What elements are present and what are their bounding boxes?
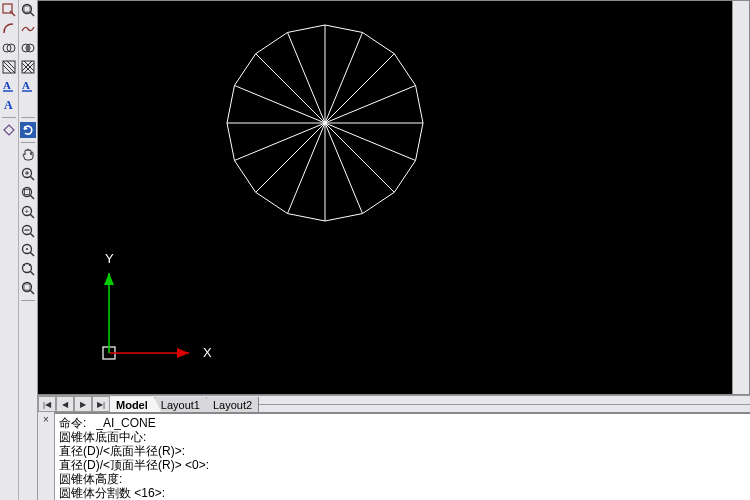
- svg-line-29: [30, 195, 34, 199]
- svg-rect-30: [25, 190, 30, 195]
- svg-text:A: A: [3, 79, 11, 91]
- svg-rect-13: [24, 6, 30, 12]
- separator: [2, 117, 16, 118]
- svg-line-41: [30, 271, 34, 275]
- svg-line-12: [30, 12, 34, 16]
- cmd-text: 直径(D)/<顶面半径(R)> <0>:: [59, 458, 746, 472]
- svg-line-52: [325, 123, 394, 192]
- pan-icon[interactable]: [20, 147, 36, 163]
- svg-rect-16: [22, 61, 34, 73]
- svg-text:A: A: [4, 98, 13, 112]
- svg-line-48: [325, 54, 394, 123]
- scrollbar-horizontal[interactable]: [259, 404, 750, 405]
- close-icon[interactable]: ×: [43, 414, 49, 500]
- tab-model[interactable]: Model: [110, 397, 155, 412]
- svg-text:X: X: [203, 345, 212, 360]
- command-panel-gutter: ×: [38, 412, 55, 500]
- intersect-icon[interactable]: [20, 40, 36, 56]
- svg-line-38: [30, 252, 34, 256]
- svg-line-5: [3, 65, 11, 73]
- svg-text:+: +: [25, 207, 30, 216]
- drawing-canvas[interactable]: XY: [38, 0, 750, 395]
- svg-rect-23: [20, 122, 36, 138]
- toolbar-left-1: A A: [0, 0, 19, 500]
- separator: [21, 300, 35, 301]
- cmd-text: 圆锥体高度:: [59, 472, 746, 486]
- svg-text:Y: Y: [105, 251, 114, 266]
- union-icon[interactable]: [1, 40, 17, 56]
- zoom-realtime-icon[interactable]: [20, 166, 36, 182]
- svg-line-25: [30, 176, 34, 180]
- main-area: XY |◀ ◀ ▶ ▶| Model Layout1 Layout2 × 命令:…: [38, 0, 750, 500]
- freehand-icon[interactable]: [20, 21, 36, 37]
- separator: [21, 117, 35, 118]
- text-icon[interactable]: A: [1, 97, 17, 113]
- separator: [21, 142, 35, 143]
- canvas-svg: XY: [38, 1, 750, 399]
- zoom-window-icon[interactable]: [1, 2, 17, 18]
- refresh-icon[interactable]: [20, 122, 36, 138]
- zoom-window-alt-icon[interactable]: [20, 185, 36, 201]
- svg-point-39: [26, 248, 28, 250]
- cmd-text: 直径(D)/<底面半径(R)>:: [59, 444, 746, 458]
- zoom-extents-alt-icon[interactable]: [20, 280, 36, 296]
- svg-line-32: [30, 214, 34, 218]
- zoom-in-icon[interactable]: +: [20, 204, 36, 220]
- toolbar-left-2: A +: [19, 0, 38, 500]
- svg-line-35: [30, 233, 34, 237]
- svg-line-56: [256, 123, 325, 192]
- hatch-icon[interactable]: [1, 59, 17, 75]
- cmd-text: 圆锥体分割数 <16>:: [59, 486, 746, 500]
- zoom-all-icon[interactable]: [20, 261, 36, 277]
- hatch-cross-icon[interactable]: [20, 59, 36, 75]
- tab-layout1[interactable]: Layout1: [155, 397, 207, 412]
- svg-text:A: A: [22, 79, 30, 91]
- zoom-out-icon[interactable]: [20, 223, 36, 239]
- text-alt-underline-icon[interactable]: A: [20, 78, 36, 94]
- zoom-center-icon[interactable]: [20, 242, 36, 258]
- scrollbar-vertical[interactable]: [732, 1, 749, 394]
- cmd-text: 圆锥体底面中心:: [59, 430, 746, 444]
- command-line[interactable]: 命令: _AI_CONE 圆锥体底面中心: 直径(D)/<底面半径(R)>: 直…: [55, 412, 750, 500]
- text-underline-icon[interactable]: A: [1, 78, 17, 94]
- zoom-extents-icon[interactable]: [20, 2, 36, 18]
- svg-line-7: [7, 61, 15, 69]
- arc-icon[interactable]: [1, 21, 17, 37]
- cmd-text: 命令: _AI_CONE: [59, 416, 746, 430]
- svg-line-60: [256, 54, 325, 123]
- tab-layout2[interactable]: Layout2: [207, 397, 259, 412]
- svg-line-45: [30, 290, 34, 294]
- misc-tool-icon[interactable]: [1, 122, 17, 138]
